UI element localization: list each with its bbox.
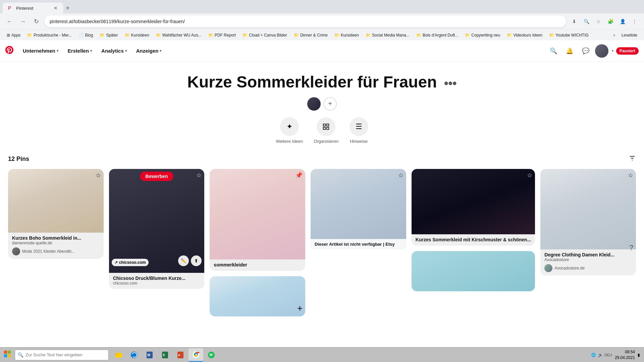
folder-icon: 📁 bbox=[366, 33, 371, 38]
hints-button[interactable]: ☰ Hinweise bbox=[350, 117, 368, 144]
further-ideas-button[interactable]: ✦ Weitere Ideen bbox=[276, 117, 303, 144]
svg-rect-3 bbox=[327, 127, 329, 129]
bookmark-blog[interactable]: 📄 Blog bbox=[76, 32, 96, 38]
pin-card[interactable]: + bbox=[210, 276, 305, 316]
start-button[interactable] bbox=[1, 349, 13, 360]
taskbar-icon-chrome[interactable] bbox=[189, 348, 203, 362]
bookmark-label: Dinner & Crime bbox=[300, 33, 328, 38]
bookmark-videokurs[interactable]: 📁 Videokurs Ideen bbox=[504, 32, 545, 38]
taskbar-clock[interactable]: 08:54 29.04.2021 bbox=[615, 349, 635, 361]
url-bar[interactable]: pinterest.at/tobiasbecker061199/kurze-so… bbox=[44, 15, 566, 27]
download-icon[interactable]: ⬇ bbox=[569, 16, 580, 27]
bookmark-bois[interactable]: 📁 Bois d'Argent Duft... bbox=[414, 32, 461, 38]
bewerben-button[interactable]: Bewerben bbox=[140, 172, 173, 181]
pin-card[interactable]: ☆ Kurzes Sommerkleid mit Kirschmuster & … bbox=[412, 169, 535, 246]
question-button[interactable]: ? bbox=[629, 243, 633, 252]
taskbar-search-bar[interactable]: 🔍 bbox=[15, 350, 109, 360]
link-icon: ↗ bbox=[114, 260, 118, 265]
bookmark-youtube[interactable]: 📁 Youtube WICHTIG bbox=[546, 32, 591, 38]
bookmark-copywriting[interactable]: 📁 Copywriting neu bbox=[462, 32, 503, 38]
pin-info: Degree Clothing Damen Kleid... Avocadost… bbox=[540, 249, 636, 276]
taskbar-icon-powerpoint[interactable]: P bbox=[173, 348, 188, 362]
bookmark-leseliste[interactable]: Leseliste bbox=[619, 32, 640, 38]
messages-button[interactable]: 💬 bbox=[579, 44, 592, 58]
add-pin-button[interactable]: + bbox=[297, 303, 303, 314]
volume-icon[interactable]: 🔊 bbox=[597, 352, 604, 358]
locale-indicator: DEU bbox=[604, 353, 612, 357]
folder-icon: 📁 bbox=[243, 33, 248, 38]
bookmark-produktsuche[interactable]: 📁 Produktsuche - Mer... bbox=[24, 32, 74, 38]
nav-unternehmen-label: Unternehmen bbox=[23, 48, 55, 54]
taskbar-icon-excel[interactable]: X bbox=[158, 348, 172, 362]
pin-card[interactable]: ☆ ? Degree Clothing Damen Kleid... Avoca… bbox=[540, 169, 636, 276]
save-pin-button[interactable]: ☆ bbox=[96, 172, 101, 179]
profile-icon[interactable]: 👤 bbox=[617, 16, 628, 27]
search-button[interactable]: 🔍 bbox=[547, 44, 560, 58]
save-pin-button[interactable]: ☆ bbox=[398, 172, 404, 179]
bookmark-dinner[interactable]: 📁 Dinner & Crime bbox=[291, 32, 330, 38]
bookmark-canva[interactable]: 📁 Cload + Canva Bilder bbox=[240, 32, 290, 38]
chevron-down-icon: ▾ bbox=[57, 49, 58, 53]
edit-pin-button[interactable]: ✏️ bbox=[178, 255, 189, 266]
pin-card[interactable]: 📌 sommerkleider bbox=[210, 169, 305, 271]
paused-badge: Pausiert bbox=[616, 47, 639, 55]
add-collaborator-button[interactable]: + bbox=[323, 97, 337, 111]
refresh-button[interactable]: ↻ bbox=[31, 16, 42, 27]
new-tab-button[interactable]: + bbox=[66, 4, 70, 12]
bookmark-label: Apps bbox=[11, 33, 20, 38]
pinterest-logo[interactable] bbox=[5, 46, 13, 56]
star-icon[interactable]: ☆ bbox=[593, 16, 604, 27]
forward-button[interactable]: → bbox=[17, 16, 28, 27]
board-options-button[interactable]: ••• bbox=[444, 76, 457, 90]
taskbar-icon-spotify[interactable] bbox=[204, 348, 219, 362]
folder-icon: 📁 bbox=[507, 33, 512, 38]
bookmark-apps[interactable]: ⊞ Apps bbox=[4, 32, 23, 38]
nav-analytics[interactable]: Analytics ▾ bbox=[97, 45, 131, 56]
pin-card[interactable]: ☆ Kurzes Boho Sommerkleid in... damenmod… bbox=[8, 169, 104, 259]
bookmark-label: Cload + Canva Bilder bbox=[249, 33, 287, 38]
save-pin-button[interactable]: 📌 bbox=[295, 172, 303, 179]
save-pin-button[interactable]: ☆ bbox=[527, 172, 532, 179]
extension-icon[interactable]: 🧩 bbox=[605, 16, 616, 27]
network-icon[interactable]: 🌐 bbox=[590, 352, 597, 358]
share-pin-button[interactable]: ⬆ bbox=[191, 255, 202, 266]
more-icon[interactable]: ⋮ bbox=[629, 16, 640, 27]
bookmark-später[interactable]: 📁 Später bbox=[97, 32, 120, 38]
pinterest-logo-icon bbox=[5, 46, 13, 56]
taskbar-icon-edge[interactable] bbox=[127, 348, 142, 362]
folder-icon: 📁 bbox=[549, 33, 554, 38]
bookmark-social[interactable]: 📁 Social Media Mana... bbox=[363, 32, 412, 38]
bookmarks-more-button[interactable]: » bbox=[611, 32, 618, 38]
bookmark-label: Kursideen bbox=[131, 33, 149, 38]
bookmark-kursideen1[interactable]: 📁 Kursideen bbox=[122, 32, 152, 38]
svg-text:P: P bbox=[178, 354, 180, 357]
taskbar-icon-word[interactable]: W bbox=[142, 348, 157, 362]
save-pin-button[interactable]: ☆ bbox=[196, 172, 202, 179]
back-button[interactable]: ← bbox=[4, 16, 15, 27]
notifications-button[interactable]: 🔔 bbox=[563, 44, 576, 58]
save-pin-button[interactable]: ☆ bbox=[628, 172, 633, 179]
filter-button[interactable] bbox=[629, 155, 636, 164]
tab-close-button[interactable]: ✕ bbox=[54, 5, 58, 11]
show-desktop-button[interactable]: ▮ bbox=[638, 353, 640, 357]
organize-button[interactable]: Organisieren bbox=[314, 117, 338, 144]
avatar[interactable] bbox=[595, 44, 608, 58]
bookmark-wahlfächer[interactable]: 📁 Wahlfächer WU Aus... bbox=[153, 32, 204, 38]
pin-card[interactable] bbox=[412, 251, 535, 291]
taskbar-icon-explorer[interactable] bbox=[111, 348, 126, 362]
source-overlay[interactable]: ↗ chicsoso.com bbox=[112, 259, 149, 266]
pinterest-app: Unternehmen ▾ Erstellen ▾ Analytics ▾ An… bbox=[0, 40, 644, 347]
search-icon[interactable]: 🔍 bbox=[581, 16, 592, 27]
nav-anzeigen[interactable]: Anzeigen ▾ bbox=[132, 45, 166, 56]
taskbar-search-input[interactable] bbox=[25, 352, 93, 357]
folder-icon: 📄 bbox=[78, 33, 84, 38]
pin-card[interactable]: ☆ Dieser Artikel ist nicht verfügbar | E… bbox=[311, 169, 406, 249]
active-tab[interactable]: P Pinterest ✕ bbox=[3, 3, 63, 13]
nav-erstellen[interactable]: Erstellen ▾ bbox=[64, 45, 96, 56]
bookmark-pdf[interactable]: 📁 PDF Report bbox=[206, 32, 238, 38]
sparkle-icon: ✦ bbox=[280, 117, 299, 136]
nav-unternehmen[interactable]: Unternehmen ▾ bbox=[19, 45, 62, 56]
bookmark-kursideen2[interactable]: 📁 Kursideen bbox=[332, 32, 362, 38]
svg-rect-10 bbox=[8, 354, 11, 357]
pin-card[interactable]: Bewerben ↗ chicsoso.com ✏️ ⬆ Chicsoso Dr… bbox=[109, 169, 205, 289]
